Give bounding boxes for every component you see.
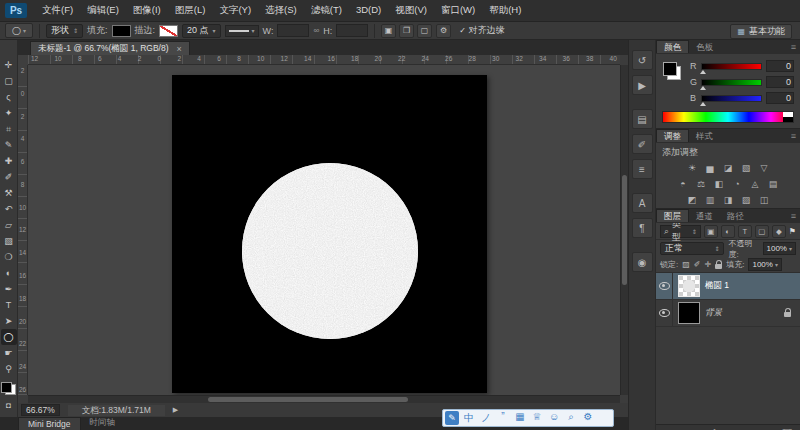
ellipse-tool[interactable]: ◯ [1,329,17,345]
brush-panel-icon[interactable]: ✐ [632,134,653,154]
vertical-ruler[interactable]: 202468101214161820222426 [18,65,28,395]
hand-tool[interactable]: ☛ [1,345,17,361]
channel-mixer-icon[interactable]: ◬ [749,178,762,190]
menu-item[interactable]: 文字(Y) [212,4,258,17]
color-panel-tab-1[interactable]: 色板 [689,41,720,53]
character-panel-icon[interactable]: A [632,193,653,213]
color-lookup-icon[interactable]: ▤ [767,178,780,190]
menu-item[interactable]: 滤镜(T) [304,4,349,17]
visibility-toggle[interactable] [656,273,673,299]
menu-item[interactable]: 窗口(W) [434,4,482,17]
filter-type-layers-icon[interactable]: T [738,225,752,238]
properties-panel-icon[interactable]: ▤ [632,109,653,129]
path-operations-icon[interactable]: ▣ [381,24,396,38]
vertical-scrollbar[interactable] [620,65,628,395]
filter-type-select[interactable]: ⌕ 类型 ⇕ [660,225,701,238]
zoom-level-input[interactable]: 66.67% [21,404,60,416]
menu-item[interactable]: 图像(I) [126,4,168,17]
layer-row[interactable]: 椭圆 1 [656,273,800,300]
tool-mode-select[interactable]: 形状 ⇕ [46,24,83,38]
canvas-area[interactable] [28,65,620,395]
gradient-tool[interactable]: ▧ [1,233,17,249]
type-tool[interactable]: T [1,297,17,313]
crop-tool[interactable]: ⌗ [1,121,17,137]
align-edges-checkbox[interactable]: ✓ 对齐边缘 [459,24,505,37]
blur-tool[interactable]: ❍ [1,249,17,265]
settings-icon[interactable]: ⚙ [580,411,596,425]
document-canvas[interactable] [172,75,487,393]
levels-icon[interactable]: ▅ [704,162,717,174]
brightness-contrast-icon[interactable]: ☀ [686,162,699,174]
fg-bg-swatch[interactable] [663,62,681,80]
posterize-icon[interactable]: ▥ [704,194,717,206]
adjustments-panel-tab-0[interactable]: 调整 [656,129,689,142]
horizontal-scrollbar[interactable] [28,395,620,403]
adjustments-panel-tab-1[interactable]: 样式 [689,130,720,142]
search-icon[interactable]: ⌕ [563,411,579,425]
height-input[interactable] [336,24,368,37]
color-slider-g[interactable] [701,79,762,86]
slider-thumb-icon[interactable] [700,86,706,90]
actions-panel-icon[interactable]: ▶ [632,75,653,95]
layer-thumbnail[interactable] [678,275,700,297]
filter-pixel-layers-icon[interactable]: ▣ [704,225,718,238]
vibrance-icon[interactable]: ▽ [758,162,771,174]
emoji-icon[interactable]: ☺ [546,411,562,425]
path-arrangement-icon[interactable]: ▢ [417,24,432,38]
opacity-input[interactable]: 100% ▾ [763,242,796,255]
link-dimensions-icon[interactable]: ∞ [313,26,319,35]
black-white-icon[interactable]: ◧ [713,178,726,190]
filter-smart-objects-icon[interactable]: ◆ [772,225,786,238]
quick-selection-tool[interactable]: ✦ [1,105,17,121]
path-alignment-icon[interactable]: ❐ [399,24,414,38]
color-spectrum-bar[interactable] [662,111,794,123]
clone-stamp-tool[interactable]: ⚒ [1,185,17,201]
brush-tool[interactable]: ✐ [1,169,17,185]
ime-logo[interactable]: ✎ [445,411,459,425]
lock-position-icon[interactable]: ✛ [705,260,712,269]
slider-thumb-icon[interactable] [700,102,706,106]
color-panel-tab-0[interactable]: 颜色 [656,40,689,53]
color-value-r[interactable]: 0 [766,60,794,72]
menu-item[interactable]: 选择(S) [258,4,304,17]
exposure-icon[interactable]: ▧ [740,162,753,174]
scrollbar-thumb[interactable] [622,175,627,285]
color-balance-icon[interactable]: ⚖ [695,178,708,190]
color-value-g[interactable]: 0 [766,76,794,88]
skin-icon[interactable]: ♕ [529,411,545,425]
visibility-toggle[interactable] [656,300,673,326]
width-input[interactable] [277,24,309,37]
blend-mode-select[interactable]: 正常 ⇕ [660,242,724,255]
scrollbar-thumb[interactable] [208,397,408,402]
menu-item[interactable]: 帮助(H) [482,4,528,17]
slider-thumb-icon[interactable] [700,70,706,74]
layer-row[interactable]: 背景 [656,300,800,327]
menu-item[interactable]: 图层(L) [168,4,213,17]
horizontal-ruler[interactable]: 1210864202468101214161820222426283032343… [28,55,620,65]
paragraph-panel-icon[interactable]: ¶ [632,218,653,238]
white-black-swatch[interactable] [783,112,793,122]
status-arrow-icon[interactable]: ▶ [173,406,178,414]
eraser-tool[interactable]: ▱ [1,217,17,233]
gradient-map-icon[interactable]: ▨ [740,194,753,206]
lasso-tool[interactable]: ς [1,89,17,105]
panel-menu-icon[interactable]: ≡ [791,42,796,52]
color-slider-b[interactable] [701,95,762,102]
move-tool[interactable]: ✛ [1,57,17,73]
fill-swatch[interactable] [112,25,131,37]
history-brush-tool[interactable]: ↶ [1,201,17,217]
threshold-icon[interactable]: ◨ [722,194,735,206]
invert-icon[interactable]: ◩ [686,194,699,206]
layers-panel-tab-0[interactable]: 图层 [656,209,689,222]
color-slider-r[interactable] [701,63,762,70]
foreground-color-swatch[interactable] [663,62,677,76]
geometry-options-icon[interactable]: ⚙ [436,24,451,38]
quick-mask-button[interactable]: ◘ [1,398,17,412]
menu-item[interactable]: 3D(D) [349,4,388,17]
layer-thumbnail[interactable] [678,302,700,324]
history-panel-icon[interactable]: ↺ [632,50,653,70]
filter-toggle-icon[interactable]: ⚑ [789,227,796,236]
menu-item[interactable]: 视图(V) [388,4,434,17]
stroke-swatch[interactable] [159,25,178,37]
brush-presets-panel-icon[interactable]: ≡ [632,159,653,179]
